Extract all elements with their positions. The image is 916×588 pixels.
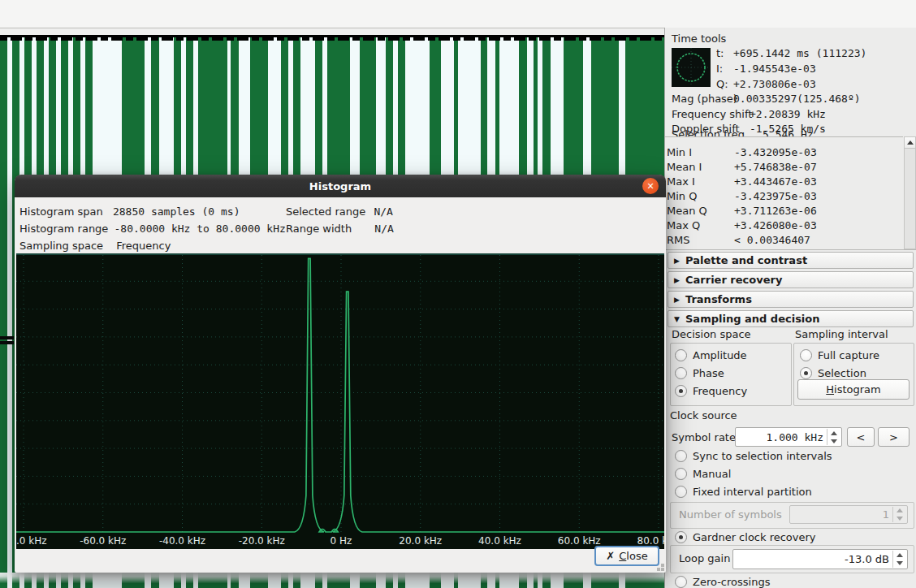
radio-amplitude[interactable]: Amplitude — [675, 348, 747, 361]
radio-zero-crossings[interactable]: Zero-crossings — [675, 575, 770, 588]
time-tools-title: Time tools — [672, 32, 726, 45]
spin-down-icon — [897, 517, 903, 521]
selection-freq-value: 5.546 Hz — [763, 128, 814, 136]
section-carrier-recovery[interactable]: ▶ Carrier recovery — [668, 271, 914, 288]
rms-label: RMS — [667, 234, 690, 246]
waterfall-fade — [0, 573, 664, 588]
x-tick-label: 80.0 kHz — [637, 535, 664, 547]
dialog-titlebar[interactable]: Histogram ✕ — [15, 175, 666, 197]
max-i-value: +3.443467e-03 — [734, 175, 817, 188]
q-value: +2.730806e-03 — [733, 78, 816, 90]
radio-sync-to-selection-intervals[interactable]: Sync to selection intervals — [675, 449, 832, 462]
selected-range-label: Selected range — [286, 205, 365, 218]
histogram-trace — [16, 253, 664, 536]
radio-icon — [675, 450, 687, 462]
section-sampling-and-decision[interactable]: ▼ Sampling and decision — [668, 310, 914, 327]
waterfall-signal-edge — [0, 35, 664, 41]
chevron-right-icon: ▶ — [674, 272, 680, 288]
radio-phase[interactable]: Phase — [675, 366, 724, 379]
symbol-rate-next-button[interactable]: > — [878, 427, 910, 447]
histogram-span-row: Histogram span 28850 samples (0 ms) — [19, 205, 240, 218]
max-i-label: Max I — [667, 175, 695, 188]
close-label: lose — [626, 550, 647, 562]
scroll-up-button[interactable] — [905, 137, 915, 149]
radio-gardner-clock-recovery[interactable]: Gardner clock recovery — [675, 530, 816, 543]
radio-label: Amplitude — [693, 349, 747, 361]
x-tick-label: 0 Hz — [331, 535, 352, 547]
number-of-symbols-label: Number of symbols — [679, 508, 782, 521]
loop-gain-value: -13.0 dB — [845, 550, 889, 569]
spin-down-icon — [831, 439, 837, 443]
loop-gain-spinbox[interactable]: -13.0 dB — [732, 549, 908, 569]
range-width-row: Range width N/A — [286, 223, 394, 235]
frequency-shift-value: +2.20839 kHz — [750, 108, 826, 120]
spinner-arrows[interactable] — [892, 551, 906, 568]
histogram-plot[interactable]: -80.0 kHz-60.0 kHz-40.0 kHz-20.0 kHz0 Hz… — [16, 253, 664, 549]
top-toolbar — [0, 0, 916, 28]
radio-full-capture[interactable]: Full capture — [800, 348, 879, 361]
sampling-space-value: Frequency — [116, 240, 171, 252]
divider — [665, 249, 916, 250]
radio-frequency[interactable]: Frequency — [675, 384, 747, 397]
spin-up-icon — [831, 431, 837, 435]
radio-selection[interactable]: Selection — [800, 366, 866, 379]
radio-manual[interactable]: Manual — [675, 467, 731, 480]
mean-q-value: +3.711263e-06 — [734, 205, 817, 217]
histogram-button[interactable]: Histogram — [797, 379, 910, 400]
selection-freq-label: Selection freq — [672, 128, 745, 136]
selection-freq-row: Selection freq 5.546 Hz — [665, 128, 902, 136]
range-width-value: N/A — [374, 223, 393, 235]
measurement-list[interactable]: Min I-3.432095e-03 Mean I+5.746838e-07 M… — [665, 138, 903, 249]
number-of-symbols-value: 1 — [883, 506, 889, 523]
radio-icon — [800, 367, 812, 379]
min-i-label: Min I — [667, 146, 692, 158]
symbol-rate-prev-button[interactable]: < — [847, 427, 875, 447]
histogram-range-row: Histogram range -80.0000 kHz to 80.0000 … — [19, 223, 286, 235]
time-cursor-marker[interactable] — [0, 336, 14, 339]
loop-gain-label: Loop gain — [679, 552, 730, 564]
number-of-symbols-frame: Number of symbols 1 — [670, 502, 914, 529]
x-axis-labels: -80.0 kHz-60.0 kHz-40.0 kHz-20.0 kHz0 Hz… — [16, 535, 664, 548]
sampling-space-row: Sampling space Frequency — [19, 240, 171, 252]
spin-down-icon — [897, 561, 903, 565]
radio-label: Sync to selection intervals — [693, 450, 832, 462]
min-q-label: Min Q — [667, 190, 697, 202]
radio-label: Fixed interval partition — [693, 486, 812, 498]
radio-fixed-interval-partition[interactable]: Fixed interval partition — [675, 485, 812, 498]
window-close-button[interactable]: ✕ — [642, 178, 659, 194]
section-transforms[interactable]: ▶ Transforms — [668, 291, 914, 308]
loop-gain-frame: Loop gain -13.0 dB — [670, 545, 914, 573]
stats-scrollbar[interactable] — [904, 136, 916, 249]
resize-grip[interactable] — [661, 568, 664, 571]
range-width-label: Range width — [286, 223, 352, 235]
x-tick-label: 60.0 kHz — [558, 535, 601, 547]
mean-q-label: Mean Q — [667, 205, 707, 217]
symbol-rate-spinbox[interactable]: 1.000 kHz — [735, 427, 842, 447]
time-cursor-marker[interactable] — [0, 341, 14, 344]
close-icon: ✕ — [646, 181, 654, 192]
radio-label: Selection — [818, 367, 866, 379]
sampling-space-label: Sampling space — [19, 240, 103, 252]
radio-icon — [675, 385, 687, 397]
frequency-shift-label: Frequency shift — [672, 108, 752, 120]
mag-phase-value: 0.00335297(125.468º) — [733, 93, 861, 105]
radio-label: Frequency — [693, 385, 747, 397]
q-label: Q: — [716, 78, 728, 90]
radio-label: Full capture — [818, 349, 879, 361]
radio-icon — [675, 349, 687, 361]
section-label: Palette and contrast — [685, 254, 807, 266]
radio-label: Gardner clock recovery — [693, 531, 816, 543]
close-button[interactable]: ✗ Close — [594, 546, 659, 566]
radio-icon — [675, 367, 687, 379]
x-tick-label: -40.0 kHz — [159, 535, 205, 547]
x-tick-label: -80.0 kHz — [16, 535, 47, 547]
spin-up-icon — [897, 553, 903, 557]
side-panel: Time tools t: +695.1442 ms (111223) I: -… — [664, 28, 916, 588]
symbol-rate-value: 1.000 kHz — [767, 428, 823, 446]
histogram-dialog: Histogram ✕ Histogram span 28850 samples… — [15, 175, 666, 573]
spinner-arrows[interactable] — [827, 429, 840, 445]
min-q-value: -3.423975e-03 — [734, 190, 817, 202]
section-palette-and-contrast[interactable]: ▶ Palette and contrast — [668, 252, 914, 269]
phase-scope-icon — [672, 48, 711, 87]
clock-source-label: Clock source — [670, 409, 737, 422]
